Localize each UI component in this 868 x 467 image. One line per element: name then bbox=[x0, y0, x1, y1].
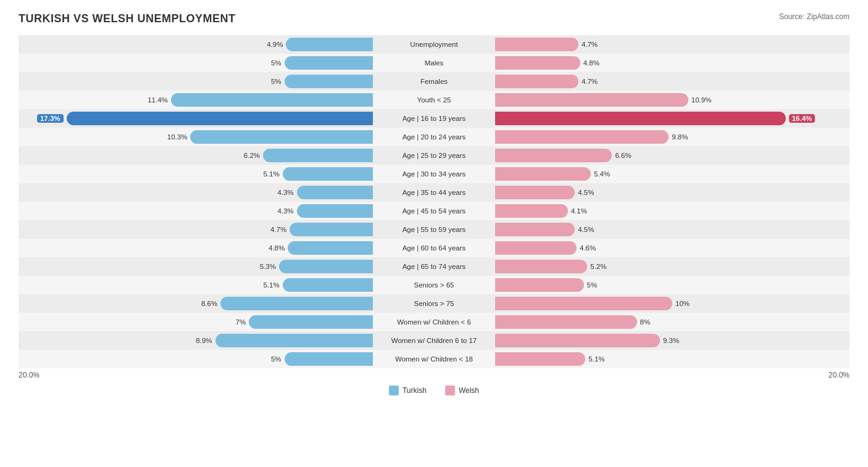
turkish-bar bbox=[286, 38, 373, 51]
left-bar-area: 4.7% bbox=[19, 221, 375, 238]
turkish-bar bbox=[67, 112, 373, 125]
right-bar-area: 6.6% bbox=[493, 147, 849, 164]
welsh-value: 8% bbox=[640, 318, 659, 326]
welsh-value: 5.4% bbox=[594, 170, 612, 178]
turkish-color-box bbox=[389, 386, 399, 395]
turkish-bar bbox=[190, 130, 373, 144]
left-bar-area: 5.1% bbox=[19, 165, 375, 183]
welsh-bar bbox=[495, 297, 672, 310]
row-label: Age | 55 to 59 years bbox=[375, 226, 493, 233]
table-row: 11.4% Youth < 25 10.9% bbox=[19, 91, 849, 109]
welsh-value: 4.7% bbox=[582, 41, 600, 48]
right-bar-area: 9.3% bbox=[493, 332, 849, 349]
right-bar-area: 5.4% bbox=[493, 165, 849, 183]
turkish-bar bbox=[283, 278, 373, 292]
turkish-value: 4.8% bbox=[266, 244, 285, 252]
left-bar-area: 4.3% bbox=[19, 184, 375, 201]
right-bar-area: 8% bbox=[493, 313, 849, 331]
right-bar-area: 5.1% bbox=[493, 350, 849, 368]
turkish-value: 4.7% bbox=[268, 226, 286, 233]
welsh-bar bbox=[495, 38, 578, 51]
welsh-bar bbox=[495, 315, 637, 329]
row-label: Unemployment bbox=[375, 41, 493, 48]
right-bar-area: 4.1% bbox=[493, 202, 849, 220]
left-bar-area: 11.4% bbox=[19, 91, 375, 109]
row-label: Women w/ Children < 6 bbox=[375, 318, 493, 326]
chart-header: TURKISH VS WELSH UNEMPLOYMENT Source: Zi… bbox=[19, 12, 849, 25]
table-row: 17.3% Age | 16 to 19 years 16.4% bbox=[19, 109, 849, 128]
left-bar-area: 4.3% bbox=[19, 202, 375, 220]
table-row: 5.1% Age | 30 to 34 years 5.4% bbox=[19, 165, 849, 183]
welsh-value: 4.6% bbox=[580, 244, 598, 252]
row-label: Age | 35 to 44 years bbox=[375, 189, 493, 196]
row-label: Age | 65 to 74 years bbox=[375, 263, 493, 270]
right-bar-area: 4.8% bbox=[493, 54, 849, 72]
left-bar-area: 5% bbox=[19, 54, 375, 72]
welsh-bar bbox=[495, 93, 688, 107]
row-label: Age | 30 to 34 years bbox=[375, 170, 493, 178]
table-row: 4.8% Age | 60 to 64 years 4.6% bbox=[19, 239, 849, 257]
left-bar-area: 5% bbox=[19, 73, 375, 90]
axis-row: 20.0% 20.0% bbox=[19, 371, 849, 379]
welsh-value: 5% bbox=[587, 281, 606, 289]
chart-body: 4.9% Unemployment 4.7% 5% Males 4.8% 5% … bbox=[19, 35, 849, 368]
welsh-value: 4.5% bbox=[578, 226, 596, 233]
welsh-bar bbox=[495, 204, 568, 218]
table-row: 6.2% Age | 25 to 29 years 6.6% bbox=[19, 146, 849, 165]
row-label: Age | 60 to 64 years bbox=[375, 244, 493, 252]
turkish-value: 10.3% bbox=[167, 133, 188, 141]
welsh-value: 4.5% bbox=[578, 189, 596, 196]
left-bar-area: 8.6% bbox=[19, 295, 375, 312]
welsh-bar bbox=[495, 223, 575, 236]
turkish-bar bbox=[290, 223, 373, 236]
turkish-bar bbox=[249, 315, 373, 329]
welsh-bar bbox=[495, 352, 585, 366]
welsh-value: 9.3% bbox=[663, 337, 682, 344]
welsh-value: 4.8% bbox=[583, 59, 602, 67]
row-label: Males bbox=[375, 59, 493, 67]
turkish-bar bbox=[285, 75, 373, 88]
welsh-value: 16.4% bbox=[789, 114, 816, 123]
right-bar-area: 9.8% bbox=[493, 128, 849, 146]
turkish-bar bbox=[215, 334, 373, 347]
welsh-bar bbox=[495, 75, 578, 88]
table-row: 4.7% Age | 55 to 59 years 4.5% bbox=[19, 220, 849, 239]
welsh-value: 4.7% bbox=[582, 78, 600, 85]
right-bar-area: 4.5% bbox=[493, 184, 849, 201]
turkish-bar bbox=[285, 352, 373, 366]
left-bar-area: 10.3% bbox=[19, 128, 375, 146]
row-label: Youth < 25 bbox=[375, 96, 493, 104]
turkish-bar bbox=[171, 93, 373, 107]
welsh-bar bbox=[495, 186, 575, 199]
left-bar-area: 4.9% bbox=[19, 36, 375, 53]
welsh-value: 5.1% bbox=[588, 355, 607, 363]
chart-title: TURKISH VS WELSH UNEMPLOYMENT bbox=[19, 12, 236, 25]
turkish-value: 5.1% bbox=[261, 170, 280, 178]
welsh-value: 9.8% bbox=[672, 133, 690, 141]
table-row: 5% Males 4.8% bbox=[19, 54, 849, 72]
left-bar-area: 6.2% bbox=[19, 147, 375, 164]
welsh-bar bbox=[495, 260, 587, 273]
welsh-bar bbox=[495, 167, 591, 181]
legend: Turkish Welsh bbox=[19, 386, 849, 395]
welsh-value: 4.1% bbox=[571, 207, 590, 215]
legend-turkish: Turkish bbox=[389, 386, 427, 395]
turkish-value: 5.3% bbox=[257, 263, 276, 270]
turkish-bar bbox=[263, 149, 373, 162]
right-bar-area: 5.2% bbox=[493, 258, 849, 275]
left-bar-area: 8.9% bbox=[19, 332, 375, 349]
turkish-value: 5.1% bbox=[261, 281, 280, 289]
row-label: Women w/ Children 6 to 17 bbox=[375, 337, 493, 344]
turkish-bar bbox=[220, 297, 373, 310]
welsh-value: 10.9% bbox=[691, 96, 712, 104]
welsh-value: 10% bbox=[675, 300, 694, 307]
welsh-bar bbox=[495, 112, 786, 125]
right-bar-area: 4.7% bbox=[493, 73, 849, 90]
welsh-bar bbox=[495, 56, 580, 70]
welsh-bar bbox=[495, 149, 612, 162]
welsh-bar bbox=[495, 334, 660, 347]
right-bar-area: 4.5% bbox=[493, 221, 849, 238]
table-row: 4.9% Unemployment 4.7% bbox=[19, 35, 849, 54]
turkish-value: 7% bbox=[227, 318, 246, 326]
turkish-bar bbox=[283, 167, 373, 181]
